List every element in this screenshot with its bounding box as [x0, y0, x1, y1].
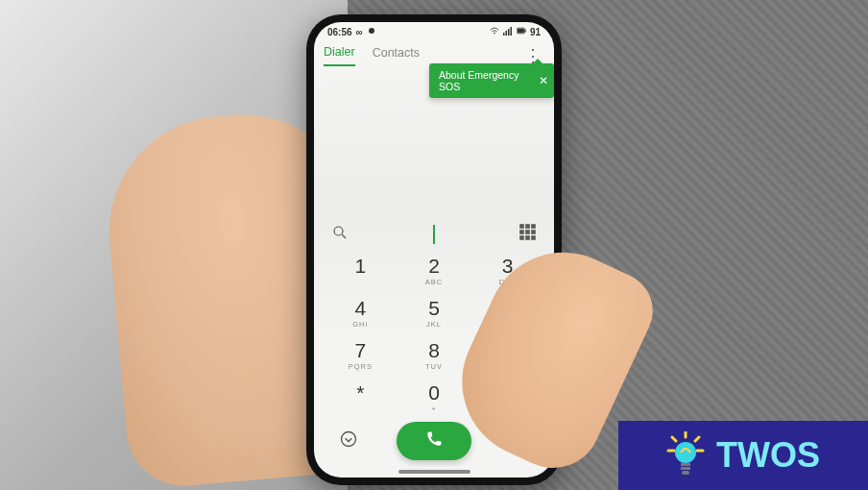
svg-rect-11 — [520, 225, 523, 228]
svg-rect-18 — [526, 236, 529, 239]
svg-rect-7 — [518, 29, 524, 33]
number-input[interactable] — [433, 225, 435, 244]
watermark-text: TWOS — [716, 435, 820, 476]
key-4[interactable]: 4GHI — [324, 291, 398, 333]
svg-point-9 — [334, 227, 343, 235]
svg-rect-16 — [532, 231, 535, 233]
svg-rect-4 — [508, 29, 510, 36]
key-1[interactable]: 1 — [324, 249, 398, 291]
svg-point-0 — [369, 28, 374, 34]
key-7[interactable]: 7PQRS — [324, 333, 398, 376]
battery-percent: 91 — [530, 27, 541, 37]
svg-line-25 — [695, 437, 699, 441]
svg-rect-17 — [520, 236, 523, 239]
svg-rect-14 — [520, 231, 523, 233]
nav-bar-handle[interactable] — [398, 470, 470, 474]
dial-input-row — [314, 218, 554, 249]
lightbulb-icon — [666, 431, 705, 479]
svg-point-1 — [494, 33, 495, 35]
svg-rect-13 — [532, 225, 535, 228]
signal-icon — [503, 26, 513, 37]
battery-icon — [517, 26, 526, 37]
svg-rect-8 — [524, 30, 525, 33]
key-8[interactable]: 8TUV — [398, 333, 471, 376]
dialpad-grid-icon[interactable] — [519, 224, 537, 245]
key-star[interactable]: * — [324, 376, 398, 418]
svg-rect-30 — [681, 467, 690, 470]
infinity-icon: ∞ — [356, 27, 363, 37]
call-button[interactable] — [397, 422, 471, 460]
svg-point-28 — [675, 442, 696, 463]
tooltip-text: About Emergency SOS — [439, 69, 518, 92]
tab-bar: Dialer Contacts ⋮ — [314, 39, 554, 66]
key-5[interactable]: 5JKL — [398, 291, 471, 333]
key-2[interactable]: 2ABC — [398, 249, 471, 291]
notification-dot-icon — [367, 26, 376, 37]
status-time: 06:56 — [327, 27, 352, 37]
svg-line-10 — [342, 234, 346, 238]
key-0[interactable]: 0+ — [398, 376, 471, 418]
svg-rect-31 — [682, 471, 689, 475]
search-icon[interactable] — [331, 224, 349, 245]
svg-point-20 — [342, 432, 356, 447]
svg-rect-2 — [503, 33, 505, 36]
close-icon[interactable]: ✕ — [539, 74, 548, 87]
tab-dialer[interactable]: Dialer — [324, 45, 355, 66]
svg-rect-5 — [510, 27, 512, 36]
svg-rect-3 — [505, 31, 507, 36]
svg-rect-15 — [526, 231, 529, 233]
emergency-sos-tooltip[interactable]: About Emergency SOS ✕ — [429, 63, 554, 98]
phone-icon — [424, 429, 444, 453]
collapse-keypad-icon[interactable] — [339, 429, 358, 453]
status-bar: 06:56 ∞ 91 — [314, 22, 554, 39]
tab-contacts[interactable]: Contacts — [373, 46, 420, 65]
svg-rect-29 — [681, 463, 690, 466]
svg-line-24 — [672, 437, 676, 441]
svg-rect-12 — [526, 225, 529, 228]
svg-rect-19 — [532, 236, 535, 239]
twos-watermark: TWOS — [618, 421, 868, 490]
wifi-icon — [490, 26, 499, 37]
